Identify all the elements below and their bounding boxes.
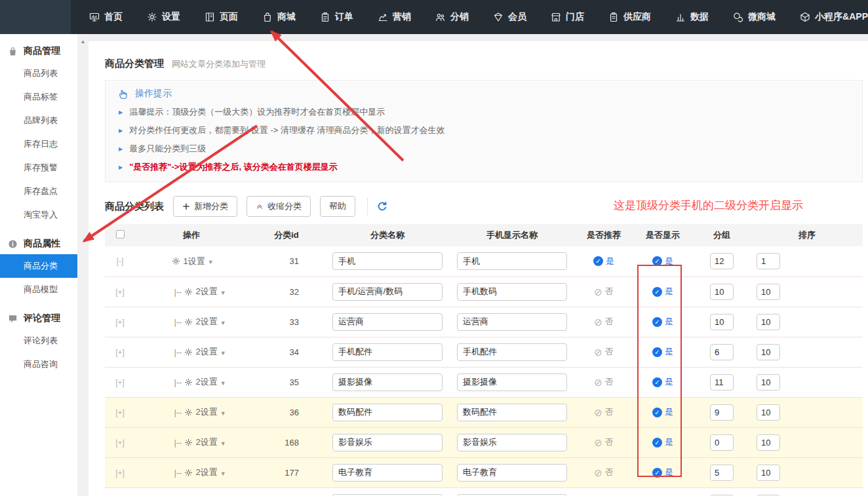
sidebar-item-taobao-import[interactable]: 淘宝导入 xyxy=(0,203,77,227)
nav-item-distribution[interactable]: 分销 xyxy=(435,11,469,23)
sort-input[interactable] xyxy=(757,434,780,451)
category-name-input[interactable] xyxy=(332,343,443,361)
help-button[interactable]: 帮助 xyxy=(320,196,355,217)
sort-input[interactable] xyxy=(757,465,780,481)
group-input[interactable] xyxy=(710,434,734,451)
mobile-name-input[interactable] xyxy=(457,464,567,482)
nav-item-marketing[interactable]: 营销 xyxy=(378,11,411,23)
group-input[interactable] xyxy=(710,465,734,481)
nav-item-data[interactable]: 数据 xyxy=(675,11,709,23)
sidebar-item-comment-list[interactable]: 评论列表 xyxy=(0,329,77,353)
row-expander[interactable]: [+] xyxy=(115,318,125,327)
refresh-icon[interactable] xyxy=(377,201,387,212)
nav-item-wechat-mall[interactable]: 微商城 xyxy=(733,11,776,23)
group-input[interactable] xyxy=(710,253,734,269)
sidebar-item-goods-tags[interactable]: 商品标签 xyxy=(0,85,77,109)
sidebar-item-stock-log[interactable]: 库存日志 xyxy=(0,132,77,156)
sidebar-item-stock-check[interactable]: 库存盘点 xyxy=(0,180,77,203)
nav-item-orders[interactable]: 订单 xyxy=(320,11,353,23)
nav-item-miniapp[interactable]: 小程序&APP xyxy=(800,11,868,23)
status-yes[interactable]: ✓是 xyxy=(652,376,673,388)
sidebar-item-stock-warning[interactable]: 库存预警 xyxy=(0,156,77,180)
sidebar-item-goods-category[interactable]: 商品分类 xyxy=(0,254,77,278)
sidebar-item-goods-inquiry[interactable]: 商品咨询 xyxy=(0,353,77,376)
mobile-name-input[interactable] xyxy=(457,343,567,361)
sort-input[interactable] xyxy=(757,314,780,330)
row-expander[interactable]: [-] xyxy=(117,257,124,266)
sort-input[interactable] xyxy=(757,284,780,300)
status-yes[interactable]: ✓是 xyxy=(652,346,673,358)
category-name-input[interactable] xyxy=(332,464,443,482)
row-settings-dropdown[interactable]: |--2设置 xyxy=(136,316,247,328)
status-yes[interactable]: ✓是 xyxy=(652,467,673,478)
mobile-name-input[interactable] xyxy=(457,373,567,391)
status-no[interactable]: ⊘否 xyxy=(594,286,614,297)
status-yes[interactable]: ✓是 xyxy=(652,436,673,448)
status-yes[interactable]: ✓是 xyxy=(652,316,673,328)
status-yes[interactable]: ✓是 xyxy=(593,256,614,267)
nav-item-settings[interactable]: 设置 xyxy=(147,11,180,23)
nav-item-home[interactable]: 首页 xyxy=(89,11,123,23)
sort-input[interactable] xyxy=(757,374,780,391)
status-no[interactable]: ⊘否 xyxy=(594,376,614,388)
mobile-name-input[interactable] xyxy=(457,252,567,270)
row-expander[interactable]: [+] xyxy=(115,378,125,387)
mobile-name-input[interactable] xyxy=(457,404,567,421)
nav-item-members[interactable]: 会员 xyxy=(493,11,526,23)
row-expander[interactable]: [+] xyxy=(115,348,125,357)
category-name-input[interactable] xyxy=(332,373,443,391)
row-expander[interactable]: [+] xyxy=(115,438,125,448)
add-category-button[interactable]: 新增分类 xyxy=(173,196,237,217)
group-input[interactable] xyxy=(710,314,734,330)
sort-input[interactable] xyxy=(757,253,780,269)
sidebar-item-goods-model[interactable]: 商品模型 xyxy=(0,278,77,301)
mobile-name-input[interactable] xyxy=(457,434,567,451)
group-input[interactable] xyxy=(710,284,734,300)
row-expander[interactable]: [+] xyxy=(115,408,125,417)
nav-item-suppliers[interactable]: 供应商 xyxy=(608,11,651,23)
status-yes[interactable]: ✓是 xyxy=(652,256,673,267)
status-no[interactable]: ⊘否 xyxy=(594,436,614,448)
group-input[interactable] xyxy=(710,344,734,360)
sidebar-item-goods-list[interactable]: 商品列表 xyxy=(0,62,77,85)
row-expander[interactable]: [+] xyxy=(115,288,125,297)
category-name-input[interactable] xyxy=(332,313,443,331)
status-yes[interactable]: ✓是 xyxy=(652,406,673,418)
category-name-input[interactable] xyxy=(332,494,443,496)
mobile-name-input[interactable] xyxy=(457,494,567,496)
row-settings-dropdown[interactable]: |--2设置 xyxy=(136,286,247,297)
row-settings-dropdown[interactable]: 1设置 xyxy=(136,256,247,267)
mobile-name-input[interactable] xyxy=(457,283,567,301)
group-input[interactable] xyxy=(710,404,734,421)
row-settings-dropdown[interactable]: |--2设置 xyxy=(136,436,247,448)
nav-item-pages[interactable]: 页面 xyxy=(205,11,238,23)
status-yes[interactable]: ✓是 xyxy=(652,286,673,297)
category-name-input[interactable] xyxy=(332,252,443,270)
category-name-input[interactable] xyxy=(332,404,443,421)
row-settings-dropdown[interactable]: |--2设置 xyxy=(136,406,247,418)
caret-down-icon xyxy=(220,347,226,357)
mobile-name-input[interactable] xyxy=(457,313,567,331)
select-all-checkbox[interactable] xyxy=(116,230,125,238)
status-no[interactable]: ⊘否 xyxy=(594,316,614,328)
row-settings-dropdown[interactable]: |--2设置 xyxy=(136,467,247,478)
category-name-input[interactable] xyxy=(332,283,443,301)
sort-input[interactable] xyxy=(757,404,780,421)
group-input[interactable] xyxy=(710,374,734,391)
row-settings-dropdown[interactable]: |--2设置 xyxy=(136,346,247,358)
scroll-up-icon[interactable] xyxy=(77,34,89,47)
collapse-category-button[interactable]: 收缩分类 xyxy=(247,196,311,217)
row-expander[interactable]: [+] xyxy=(115,468,125,478)
sidebar-item-brand-list[interactable]: 品牌列表 xyxy=(0,109,77,132)
status-no[interactable]: ⊘否 xyxy=(594,346,614,358)
category-name-input[interactable] xyxy=(332,434,443,451)
status-no[interactable]: ⊘否 xyxy=(594,406,614,418)
nav-item-mall[interactable]: 商城 xyxy=(262,11,296,23)
collapse-icon xyxy=(256,202,264,210)
row-settings-dropdown[interactable]: |--2设置 xyxy=(136,376,247,388)
sidebar-scrollbar[interactable] xyxy=(77,34,89,496)
sort-input[interactable] xyxy=(757,344,780,360)
topnav-items: 首页设置页面商城订单营销分销会员门店供应商数据微商城小程序&APP xyxy=(71,0,868,34)
status-no[interactable]: ⊘否 xyxy=(594,467,614,478)
nav-item-stores[interactable]: 门店 xyxy=(551,11,584,23)
